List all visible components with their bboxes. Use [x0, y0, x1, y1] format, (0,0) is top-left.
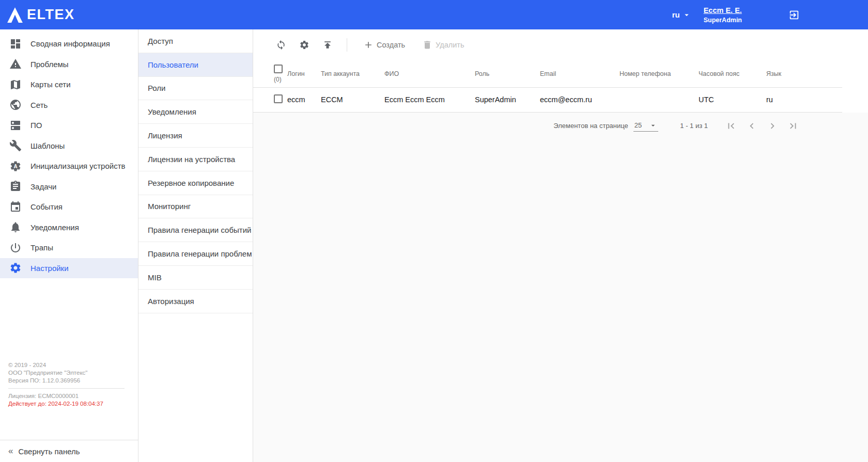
- cell-timezone: UTC: [694, 87, 762, 112]
- gear-icon: [299, 40, 309, 50]
- sidebar-item-label: Проблемы: [30, 60, 69, 69]
- chevron-down-icon: [649, 121, 657, 130]
- collapse-panel-button[interactable]: « Свернуть панель: [0, 440, 138, 462]
- storage-icon: [9, 119, 22, 132]
- refresh-button[interactable]: [274, 38, 288, 52]
- wrench-icon: [9, 139, 22, 152]
- refresh-icon: [276, 40, 286, 50]
- submenu-item-mib[interactable]: MIB: [138, 266, 253, 290]
- cell-role: SuperAdmin: [471, 87, 536, 112]
- submenu-item-label: Правила генерации проблем: [148, 249, 252, 258]
- per-page-select[interactable]: 25: [633, 120, 658, 132]
- cell-fio: Eccm Eccm Eccm: [380, 87, 471, 112]
- sidebar-item-settings[interactable]: Настройки: [0, 258, 138, 279]
- sidebar-item-tasks[interactable]: Задачи: [0, 177, 138, 197]
- submenu-item-roles[interactable]: Роли: [138, 77, 253, 101]
- clipboard-icon: [9, 180, 22, 193]
- delete-button[interactable]: Удалить: [418, 37, 468, 53]
- per-page-value: 25: [634, 121, 642, 129]
- warning-icon: [9, 58, 22, 70]
- cell-phone: [615, 87, 694, 112]
- submenu-item-users[interactable]: Пользователи: [138, 53, 253, 77]
- eltex-logo-text: ELTEX: [27, 7, 75, 23]
- submenu-item-event-rules[interactable]: Правила генерации событий: [138, 218, 253, 242]
- logout-button[interactable]: [788, 9, 800, 21]
- submenu-item-label: Правила генерации событий: [148, 226, 251, 234]
- submenu-item-label: MIB: [148, 273, 162, 282]
- main-nav: Сводная информация Проблемы Карты сети С…: [0, 29, 138, 278]
- sidebar-item-network-maps[interactable]: Карты сети: [0, 74, 138, 95]
- license-expiry-text: Действует до: 2024-02-19 08:04:37: [8, 400, 130, 408]
- column-header-role[interactable]: Роль: [471, 60, 536, 87]
- last-page-button[interactable]: [786, 119, 800, 133]
- previous-page-button[interactable]: [745, 119, 758, 133]
- submenu-item-label: Лицензии на устройства: [148, 155, 235, 164]
- column-header-phone[interactable]: Номер телефона: [615, 60, 694, 87]
- column-header-email[interactable]: Email: [536, 60, 615, 87]
- first-page-button[interactable]: [724, 119, 738, 133]
- selection-count: (0): [274, 76, 279, 83]
- sidebar-item-software[interactable]: ПО: [0, 115, 138, 136]
- submenu-item-authorization[interactable]: Авторизация: [138, 290, 253, 313]
- sidebar-item-summary[interactable]: Сводная информация: [0, 34, 138, 54]
- chevron-down-icon: [682, 10, 691, 20]
- submenu-item-problem-rules[interactable]: Правила генерации проблем: [138, 242, 253, 266]
- cell-account-type: ECCM: [317, 87, 380, 112]
- sidebar-item-label: Шаблоны: [30, 141, 65, 150]
- submenu-item-access[interactable]: Доступ: [138, 29, 253, 53]
- collapse-chevrons-icon: «: [8, 446, 13, 456]
- sidebar-item-notifications[interactable]: Уведомления: [0, 217, 138, 238]
- select-all-checkbox[interactable]: [274, 65, 283, 73]
- sidebar-item-label: Сводная информация: [30, 39, 110, 48]
- pagination-bar: Элементов на странице 25 1 - 1 из 1: [253, 113, 868, 139]
- submenu-item-label: Пользователи: [148, 60, 198, 69]
- eltex-logo[interactable]: ELTEX: [6, 6, 75, 24]
- page-navigation: [724, 119, 800, 133]
- topbar: ELTEX ru Eccm E. E. SuperAdmin: [0, 0, 868, 29]
- submenu-item-backup[interactable]: Резервное копирование: [138, 171, 253, 195]
- page-range: 1 - 1 из 1: [680, 122, 708, 130]
- submenu-item-notifications[interactable]: Уведомления: [138, 100, 253, 124]
- copyright-text: © 2019 - 2024: [8, 361, 130, 369]
- logout-icon: [788, 9, 800, 21]
- submenu-item-device-licenses[interactable]: Лицензии на устройства: [138, 148, 253, 171]
- collapse-panel-label: Свернуть панель: [18, 447, 80, 456]
- next-page-button[interactable]: [766, 119, 779, 133]
- column-header-fio[interactable]: ФИО: [380, 60, 471, 87]
- map-icon: [9, 78, 22, 91]
- users-table-card: Создать Удалить (0): [253, 29, 868, 113]
- sidebar-item-network[interactable]: Сеть: [0, 95, 138, 116]
- import-button[interactable]: [320, 38, 335, 52]
- table-settings-button[interactable]: [297, 38, 312, 52]
- row-checkbox[interactable]: [274, 94, 283, 103]
- submenu-item-label: Мониторинг: [148, 202, 191, 211]
- toolbar-divider: [347, 38, 347, 52]
- create-button[interactable]: Создать: [359, 37, 409, 53]
- language-value: ru: [672, 10, 680, 19]
- create-button-label: Создать: [377, 41, 405, 49]
- users-toolbar: Создать Удалить: [253, 29, 868, 60]
- sidebar-item-label: ПО: [30, 121, 42, 130]
- sidebar-item-problems[interactable]: Проблемы: [0, 54, 138, 75]
- sidebar-item-templates[interactable]: Шаблоны: [0, 136, 138, 156]
- submenu-item-monitoring[interactable]: Мониторинг: [138, 195, 253, 219]
- sidebar-item-events[interactable]: События: [0, 197, 138, 217]
- sidebar-item-traps[interactable]: Трапы: [0, 237, 138, 258]
- submenu-item-license[interactable]: Лицензия: [138, 124, 253, 148]
- sidebar-item-device-init[interactable]: Инициализация устройств: [0, 156, 138, 177]
- license-text: Лицензия: ECMC0000001: [8, 392, 130, 400]
- table-row[interactable]: eccm ECCM Eccm Eccm Eccm SuperAdmin eccm…: [253, 87, 842, 112]
- column-header-account-type[interactable]: Тип аккаунта: [317, 60, 380, 87]
- column-header-timezone[interactable]: Часовой пояс: [694, 60, 762, 87]
- sidebar-item-label: Задачи: [30, 182, 56, 191]
- sidebar-item-label: Уведомления: [30, 223, 79, 232]
- calendar-icon: [9, 201, 22, 213]
- column-header-login[interactable]: Логин: [283, 60, 317, 87]
- language-selector[interactable]: ru: [672, 10, 691, 20]
- submenu-item-label: Доступ: [148, 37, 173, 45]
- users-table: (0) Логин Тип аккаунта ФИО Роль Email Но…: [253, 60, 842, 113]
- user-menu-link[interactable]: Eccm E. E.: [704, 6, 742, 14]
- cell-login: eccm: [283, 87, 317, 112]
- table-header-row: (0) Логин Тип аккаунта ФИО Роль Email Но…: [253, 60, 842, 87]
- column-header-language[interactable]: Язык: [762, 60, 842, 87]
